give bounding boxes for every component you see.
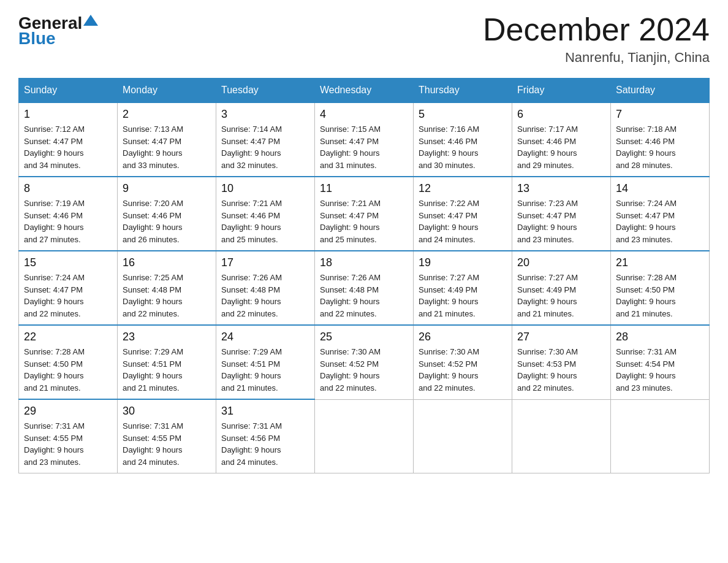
day-info: Sunrise: 7:19 AM Sunset: 4:46 PM Dayligh… <box>24 197 112 245</box>
day-number: 29 <box>24 405 112 418</box>
day-info: Sunrise: 7:31 AM Sunset: 4:55 PM Dayligh… <box>123 420 211 468</box>
calendar-day: 23 Sunrise: 7:29 AM Sunset: 4:51 PM Dayl… <box>118 325 216 399</box>
day-info: Sunrise: 7:27 AM Sunset: 4:49 PM Dayligh… <box>419 272 507 320</box>
header-friday: Friday <box>512 79 611 103</box>
calendar-day <box>611 399 710 473</box>
day-number: 14 <box>616 182 704 195</box>
logo-triangle-icon <box>82 12 99 34</box>
day-number: 18 <box>320 256 408 269</box>
calendar-day: 13 Sunrise: 7:23 AM Sunset: 4:47 PM Dayl… <box>512 177 611 251</box>
day-number: 25 <box>320 331 408 343</box>
day-info: Sunrise: 7:21 AM Sunset: 4:46 PM Dayligh… <box>221 197 309 245</box>
calendar-day: 2 Sunrise: 7:13 AM Sunset: 4:47 PM Dayli… <box>118 102 216 177</box>
day-info: Sunrise: 7:31 AM Sunset: 4:56 PM Dayligh… <box>221 420 309 468</box>
calendar-week-row: 22 Sunrise: 7:28 AM Sunset: 4:50 PM Dayl… <box>19 325 710 399</box>
day-info: Sunrise: 7:30 AM Sunset: 4:52 PM Dayligh… <box>419 346 507 394</box>
calendar-day: 24 Sunrise: 7:29 AM Sunset: 4:51 PM Dayl… <box>216 325 315 399</box>
calendar-day: 29 Sunrise: 7:31 AM Sunset: 4:55 PM Dayl… <box>19 399 118 473</box>
day-number: 28 <box>616 331 704 343</box>
calendar-day: 27 Sunrise: 7:30 AM Sunset: 4:53 PM Dayl… <box>512 325 611 399</box>
day-number: 30 <box>123 405 211 418</box>
day-number: 12 <box>419 182 507 195</box>
title-area: December 2024 Nanrenfu, Tianjin, China <box>483 12 710 66</box>
day-info: Sunrise: 7:15 AM Sunset: 4:47 PM Dayligh… <box>320 123 408 171</box>
calendar-day: 1 Sunrise: 7:12 AM Sunset: 4:47 PM Dayli… <box>19 102 118 177</box>
day-info: Sunrise: 7:21 AM Sunset: 4:47 PM Dayligh… <box>320 197 408 245</box>
calendar-day: 5 Sunrise: 7:16 AM Sunset: 4:46 PM Dayli… <box>414 102 512 177</box>
header-monday: Monday <box>118 79 216 103</box>
day-info: Sunrise: 7:22 AM Sunset: 4:47 PM Dayligh… <box>419 197 507 245</box>
day-number: 26 <box>419 331 507 343</box>
day-number: 8 <box>24 182 112 195</box>
calendar-week-row: 15 Sunrise: 7:24 AM Sunset: 4:47 PM Dayl… <box>19 251 710 325</box>
day-number: 11 <box>320 182 408 195</box>
calendar-day: 26 Sunrise: 7:30 AM Sunset: 4:52 PM Dayl… <box>414 325 512 399</box>
calendar-day: 30 Sunrise: 7:31 AM Sunset: 4:55 PM Dayl… <box>118 399 216 473</box>
day-number: 16 <box>123 256 211 269</box>
calendar-day: 3 Sunrise: 7:14 AM Sunset: 4:47 PM Dayli… <box>216 102 315 177</box>
day-info: Sunrise: 7:29 AM Sunset: 4:51 PM Dayligh… <box>123 346 211 394</box>
day-number: 15 <box>24 256 112 269</box>
calendar-day: 20 Sunrise: 7:27 AM Sunset: 4:49 PM Dayl… <box>512 251 611 325</box>
calendar-day <box>315 399 414 473</box>
calendar-day <box>414 399 512 473</box>
day-number: 20 <box>517 256 605 269</box>
header-thursday: Thursday <box>414 79 512 103</box>
day-number: 17 <box>221 256 309 269</box>
calendar-day: 17 Sunrise: 7:26 AM Sunset: 4:48 PM Dayl… <box>216 251 315 325</box>
calendar-day: 19 Sunrise: 7:27 AM Sunset: 4:49 PM Dayl… <box>414 251 512 325</box>
calendar-week-row: 29 Sunrise: 7:31 AM Sunset: 4:55 PM Dayl… <box>19 399 710 473</box>
day-info: Sunrise: 7:14 AM Sunset: 4:47 PM Dayligh… <box>221 123 309 171</box>
calendar-header-row: Sunday Monday Tuesday Wednesday Thursday… <box>19 79 710 103</box>
day-number: 19 <box>419 256 507 269</box>
calendar-week-row: 1 Sunrise: 7:12 AM Sunset: 4:47 PM Dayli… <box>19 102 710 177</box>
day-info: Sunrise: 7:17 AM Sunset: 4:46 PM Dayligh… <box>517 123 605 171</box>
calendar-day: 18 Sunrise: 7:26 AM Sunset: 4:48 PM Dayl… <box>315 251 414 325</box>
page-title: December 2024 <box>483 12 710 47</box>
calendar-day: 28 Sunrise: 7:31 AM Sunset: 4:54 PM Dayl… <box>611 325 710 399</box>
calendar-day: 31 Sunrise: 7:31 AM Sunset: 4:56 PM Dayl… <box>216 399 315 473</box>
calendar-day: 8 Sunrise: 7:19 AM Sunset: 4:46 PM Dayli… <box>19 177 118 251</box>
day-number: 24 <box>221 331 309 343</box>
header-wednesday: Wednesday <box>315 79 414 103</box>
day-info: Sunrise: 7:26 AM Sunset: 4:48 PM Dayligh… <box>320 272 408 320</box>
calendar-day: 16 Sunrise: 7:25 AM Sunset: 4:48 PM Dayl… <box>118 251 216 325</box>
day-info: Sunrise: 7:24 AM Sunset: 4:47 PM Dayligh… <box>24 272 112 320</box>
day-number: 31 <box>221 405 309 418</box>
calendar-day: 21 Sunrise: 7:28 AM Sunset: 4:50 PM Dayl… <box>611 251 710 325</box>
day-info: Sunrise: 7:18 AM Sunset: 4:46 PM Dayligh… <box>616 123 704 171</box>
day-info: Sunrise: 7:31 AM Sunset: 4:54 PM Dayligh… <box>616 346 704 394</box>
calendar-day: 25 Sunrise: 7:30 AM Sunset: 4:52 PM Dayl… <box>315 325 414 399</box>
day-number: 9 <box>123 182 211 195</box>
day-number: 23 <box>123 331 211 343</box>
day-info: Sunrise: 7:26 AM Sunset: 4:48 PM Dayligh… <box>221 272 309 320</box>
header-sunday: Sunday <box>19 79 118 103</box>
header-saturday: Saturday <box>611 79 710 103</box>
day-number: 27 <box>517 331 605 343</box>
day-info: Sunrise: 7:27 AM Sunset: 4:49 PM Dayligh… <box>517 272 605 320</box>
calendar-day: 15 Sunrise: 7:24 AM Sunset: 4:47 PM Dayl… <box>19 251 118 325</box>
day-number: 10 <box>221 182 309 195</box>
calendar-day: 12 Sunrise: 7:22 AM Sunset: 4:47 PM Dayl… <box>414 177 512 251</box>
svg-marker-0 <box>83 15 98 26</box>
day-info: Sunrise: 7:31 AM Sunset: 4:55 PM Dayligh… <box>24 420 112 468</box>
calendar-day: 11 Sunrise: 7:21 AM Sunset: 4:47 PM Dayl… <box>315 177 414 251</box>
day-number: 7 <box>616 108 704 121</box>
calendar-day: 7 Sunrise: 7:18 AM Sunset: 4:46 PM Dayli… <box>611 102 710 177</box>
day-info: Sunrise: 7:28 AM Sunset: 4:50 PM Dayligh… <box>24 346 112 394</box>
page-subtitle: Nanrenfu, Tianjin, China <box>483 50 710 66</box>
calendar-day: 6 Sunrise: 7:17 AM Sunset: 4:46 PM Dayli… <box>512 102 611 177</box>
day-info: Sunrise: 7:23 AM Sunset: 4:47 PM Dayligh… <box>517 197 605 245</box>
calendar-week-row: 8 Sunrise: 7:19 AM Sunset: 4:46 PM Dayli… <box>19 177 710 251</box>
day-number: 22 <box>24 331 112 343</box>
day-number: 3 <box>221 108 309 121</box>
day-info: Sunrise: 7:13 AM Sunset: 4:47 PM Dayligh… <box>123 123 211 171</box>
day-number: 21 <box>616 256 704 269</box>
calendar-day <box>512 399 611 473</box>
day-number: 4 <box>320 108 408 121</box>
day-info: Sunrise: 7:25 AM Sunset: 4:48 PM Dayligh… <box>123 272 211 320</box>
logo: General Blue <box>18 12 99 48</box>
calendar-day: 14 Sunrise: 7:24 AM Sunset: 4:47 PM Dayl… <box>611 177 710 251</box>
day-number: 1 <box>24 108 112 121</box>
day-info: Sunrise: 7:24 AM Sunset: 4:47 PM Dayligh… <box>616 197 704 245</box>
